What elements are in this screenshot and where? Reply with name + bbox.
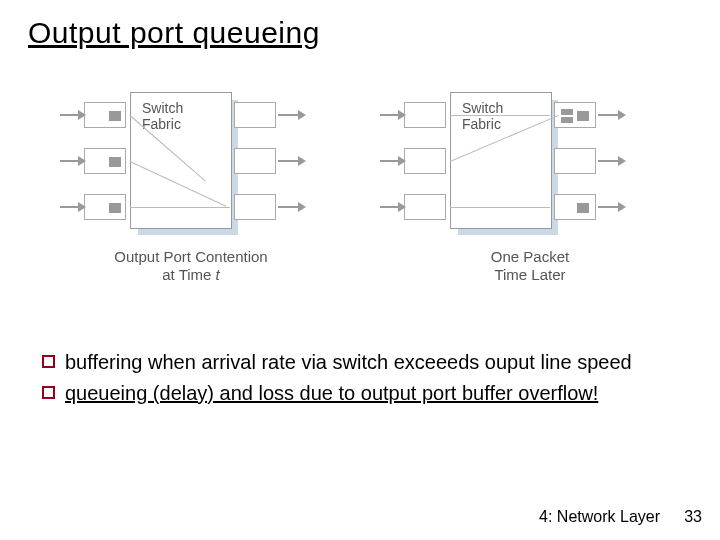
queueing-diagram: SwitchFabric Output [60, 90, 660, 320]
left-switch-label: SwitchFabric [142, 100, 183, 132]
arrow-head-icon [298, 110, 306, 120]
right-input-port [404, 148, 446, 174]
packet-icon [561, 117, 573, 123]
arrow-head-icon [618, 156, 626, 166]
left-input-port [84, 102, 126, 128]
right-input-port [404, 194, 446, 220]
left-caption-var: t [216, 266, 220, 283]
packet-icon [561, 109, 573, 115]
right-output-port-queued [554, 102, 596, 128]
right-input-port [404, 102, 446, 128]
arrow-icon [598, 206, 620, 208]
bullet-marker-icon [42, 355, 55, 368]
packet-icon [577, 203, 589, 213]
left-input-port [84, 148, 126, 174]
right-caption: One Packet Time Later [460, 248, 600, 284]
arrow-head-icon [618, 202, 626, 212]
arrow-head-icon [78, 202, 86, 212]
right-output-port [554, 148, 596, 174]
arrow-head-icon [398, 110, 406, 120]
arrow-icon [380, 206, 400, 208]
footer-text: 4: Network Layer [539, 508, 660, 526]
left-output-port [234, 148, 276, 174]
bullet-item: queueing (delay) and loss due to output … [42, 381, 662, 406]
switch-line [450, 115, 550, 116]
arrow-icon [60, 160, 80, 162]
bullet-text-underline: queueing (delay) and loss due to output … [65, 382, 598, 404]
arrow-head-icon [78, 110, 86, 120]
left-input-port [84, 194, 126, 220]
packet-icon [109, 203, 121, 213]
arrow-icon [60, 114, 80, 116]
left-caption: Output Port Contention at Time t [96, 248, 286, 284]
arrow-icon [278, 160, 300, 162]
right-caption-line1: One Packet [491, 248, 569, 265]
bullet-text: queueing (delay) and loss due to output … [65, 381, 598, 406]
left-caption-line2-prefix: at Time [162, 266, 215, 283]
arrow-icon [598, 114, 620, 116]
left-output-port [234, 102, 276, 128]
bullet-list: buffering when arrival rate via switch e… [42, 350, 662, 412]
arrow-icon [278, 114, 300, 116]
switch-line [130, 207, 230, 208]
bullet-marker-icon [42, 386, 55, 399]
bullet-text-plain: buffering when arrival rate via switch e… [65, 351, 632, 373]
arrow-icon [380, 160, 400, 162]
right-switch-label: SwitchFabric [462, 100, 503, 132]
packet-icon [109, 157, 121, 167]
arrow-icon [380, 114, 400, 116]
arrow-icon [60, 206, 80, 208]
arrow-icon [598, 160, 620, 162]
bullet-text: buffering when arrival rate via switch e… [65, 350, 632, 375]
right-output-port [554, 194, 596, 220]
arrow-head-icon [398, 156, 406, 166]
left-output-port [234, 194, 276, 220]
arrow-head-icon [618, 110, 626, 120]
packet-icon [577, 111, 589, 121]
slide: Output port queueing SwitchFabric [0, 0, 720, 540]
arrow-head-icon [298, 156, 306, 166]
packet-icon [109, 111, 121, 121]
slide-title: Output port queueing [28, 16, 320, 50]
page-number: 33 [684, 508, 702, 526]
arrow-icon [278, 206, 300, 208]
arrow-head-icon [78, 156, 86, 166]
arrow-head-icon [398, 202, 406, 212]
bullet-item: buffering when arrival rate via switch e… [42, 350, 662, 375]
right-caption-line2: Time Later [494, 266, 565, 283]
left-caption-line1: Output Port Contention [114, 248, 267, 265]
arrow-head-icon [298, 202, 306, 212]
switch-line [450, 207, 550, 208]
